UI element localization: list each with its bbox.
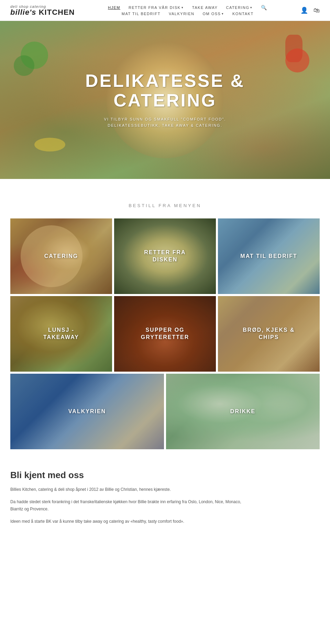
retter-label: RETTER FRADISKEN xyxy=(144,249,186,263)
nav-take-away[interactable]: TAKE AWAY xyxy=(192,5,218,10)
hero-title: DELIKATESSE &CATERING xyxy=(79,71,251,110)
hero-deco-2 xyxy=(14,55,34,76)
spacer-1 xyxy=(0,179,330,186)
nav-retter[interactable]: RETTER FRA VÅR DISK xyxy=(129,5,184,10)
cart-icon[interactable]: 🛍 xyxy=(314,7,320,14)
valkyrien-overlay: VALKYRIEN xyxy=(10,374,164,449)
nav-hjem[interactable]: HJEM xyxy=(108,5,120,10)
hero-content: DELIKATESSE &CATERING VI TILBYR SUNN OG … xyxy=(79,71,251,129)
about-paragraph-2: Da hadde stedet sterk forankring i det f… xyxy=(10,498,251,513)
valkyrien-label: VALKYRIEN xyxy=(68,408,106,415)
lunsj-label: LUNSJ -TAKEAWAY xyxy=(43,327,79,341)
menu-grid-bottom: VALKYRIEN DRIKKE xyxy=(0,374,330,449)
mat-bedrift-label: MAT TIL BEDRIFT xyxy=(240,253,297,260)
menu-item-drikke[interactable]: DRIKKE xyxy=(166,374,320,449)
brod-label: BRØD, KJEKS &CHIPS xyxy=(243,327,295,341)
supper-overlay: SUPPER OGGRYTERETTER xyxy=(114,296,216,372)
menu-item-catering[interactable]: CATERING xyxy=(10,218,112,294)
about-section: Bli kjent med oss Billies Kitchen, cater… xyxy=(0,449,330,544)
supper-label: SUPPER OGGRYTERETTER xyxy=(141,327,189,341)
site-logo[interactable]: deli shop catering billie's KITCHEN xyxy=(10,5,75,16)
menu-item-valkyrien[interactable]: VALKYRIEN xyxy=(10,374,164,449)
catering-label: CATERING xyxy=(44,253,78,260)
nav-row-1: HJEM RETTER FRA VÅR DISK TAKE AWAY CATER… xyxy=(108,5,267,10)
menu-section-title: BESTILL FRA MENYEN xyxy=(0,186,330,218)
main-nav: HJEM RETTER FRA VÅR DISK TAKE AWAY CATER… xyxy=(108,5,267,16)
site-header: deli shop catering billie's KITCHEN HJEM… xyxy=(0,0,330,21)
menu-item-lunsj[interactable]: LUNSJ -TAKEAWAY xyxy=(10,296,112,372)
menu-item-retter[interactable]: RETTER FRADISKEN xyxy=(114,218,216,294)
logo-name: billie's KITCHEN xyxy=(10,9,75,16)
header-actions: 👤 🛍 xyxy=(300,7,320,14)
brod-overlay: BRØD, KJEKS &CHIPS xyxy=(218,296,320,372)
nav-row-2: MAT TIL BEDRIFT VALKYRIEN OM OSS KONTAKT xyxy=(122,12,254,16)
nav-om-oss[interactable]: OM OSS xyxy=(202,12,224,16)
menu-item-mat-bedrift[interactable]: MAT TIL BEDRIFT xyxy=(218,218,320,294)
drikke-overlay: DRIKKE xyxy=(166,374,320,449)
retter-overlay: RETTER FRADISKEN xyxy=(114,218,216,294)
menu-item-brod[interactable]: BRØD, KJEKS &CHIPS xyxy=(218,296,320,372)
logo-prefix: billie's xyxy=(10,8,36,16)
mat-bedrift-overlay: MAT TIL BEDRIFT xyxy=(218,218,320,294)
about-paragraph-3: Ideen med å starte BK var å kunne tilby … xyxy=(10,518,251,526)
lunsj-overlay: LUNSJ -TAKEAWAY xyxy=(10,296,112,372)
search-icon[interactable]: 🔍 xyxy=(261,5,267,10)
nav-catering[interactable]: CATERING xyxy=(226,5,253,10)
hero-deco-5 xyxy=(34,138,65,151)
hero-deco-4 xyxy=(285,48,309,72)
logo-suffix: KITCHEN xyxy=(36,8,75,16)
nav-mat-bedrift[interactable]: MAT TIL BEDRIFT xyxy=(122,12,161,16)
about-title: Bli kjent med oss xyxy=(10,470,320,481)
about-paragraph-1: Billies Kitchen, catering & deli shop åp… xyxy=(10,486,251,494)
drikke-label: DRIKKE xyxy=(230,408,255,415)
nav-valkyrien[interactable]: VALKYRIEN xyxy=(169,12,194,16)
hero-section: DELIKATESSE &CATERING VI TILBYR SUNN OG … xyxy=(0,21,330,179)
hero-subtitle: VI TILBYR SUNN OG SMAKFULL "COMFORT FOOD… xyxy=(79,116,251,129)
catering-overlay: CATERING xyxy=(10,218,112,294)
menu-grid-main: CATERING RETTER FRADISKEN MAT TIL BEDRIF… xyxy=(0,218,330,372)
nav-kontakt[interactable]: KONTAKT xyxy=(232,12,254,16)
account-icon[interactable]: 👤 xyxy=(300,7,308,14)
menu-item-supper[interactable]: SUPPER OGGRYTERETTER xyxy=(114,296,216,372)
